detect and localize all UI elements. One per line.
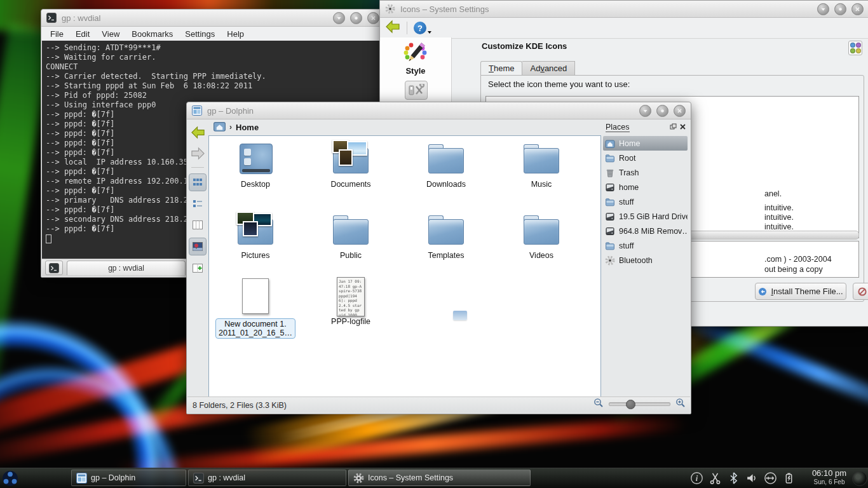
select-theme-label: Select the icon theme you want to use: [488,79,630,89]
menu-bookmarks[interactable]: Bookmarks [132,29,173,39]
window-dolphin: gp – Dolphin › Home DesktopDocumentsDown… [186,102,691,414]
places-item-trash[interactable]: Trash [603,165,688,180]
breadcrumb-separator: › [229,123,232,132]
columns-view-button[interactable] [189,217,206,233]
svg-text:i: i [696,474,698,483]
back-button[interactable] [189,124,206,140]
system-settings-titlebar[interactable]: Icons – System Settings [380,1,868,18]
file-item[interactable]: Videos [500,211,583,261]
preview-button[interactable] [189,238,207,255]
help-button[interactable]: ? [414,22,432,34]
float-panel-icon[interactable] [670,123,677,132]
maximize-button[interactable] [656,105,668,117]
file-item[interactable]: Downloads [405,140,487,189]
close-button[interactable] [674,105,686,117]
drive-icon [605,226,615,236]
volume-icon[interactable] [745,471,759,485]
zoom-slider-thumb[interactable] [626,400,635,409]
bluetooth-icon[interactable] [727,471,740,485]
zoom-slider[interactable] [609,402,670,406]
style-category-icon[interactable] [403,40,428,68]
minimize-button[interactable] [639,105,651,117]
breadcrumb-home[interactable]: Home [236,123,259,132]
theme-list-item-fragment[interactable]: intuitive. [764,213,794,222]
terminal-icon [46,13,57,23]
gear-icon [605,255,615,266]
taskbar-task-2[interactable]: gp : wvdial [188,470,346,486]
forward-button[interactable] [189,145,206,161]
split-view-button[interactable] [189,260,206,276]
icon-sizes-widget[interactable] [848,41,862,55]
new-tab-button[interactable] [45,261,63,275]
file-item[interactable]: Jan 17 09:47:18 gp-Aspire-5738 pppd[1946… [309,277,392,327]
dolphin-titlebar[interactable]: gp – Dolphin [187,102,691,119]
places-item-stuff[interactable]: stuff [603,238,688,253]
details-view-button[interactable] [189,196,206,212]
menu-help[interactable]: Help [227,29,244,39]
tab-advanced[interactable]: Advanced [522,61,575,76]
system-settings-toolbar: ? [380,18,868,39]
home-icon [605,139,615,149]
maximize-button[interactable] [834,3,846,15]
zoom-out-icon[interactable] [593,398,604,410]
places-item-root[interactable]: Root [603,151,688,165]
maximize-button[interactable] [350,12,362,24]
places-header[interactable]: Places [603,121,688,136]
places-item-label: stuff [619,198,634,207]
zoom-control [593,398,686,410]
places-item-bluetooth[interactable]: Bluetooth [603,253,688,268]
terminal-titlebar[interactable]: gp : wvdial [41,10,384,27]
file-view[interactable]: DesktopDocumentsDownloadsMusicPicturesPu… [208,135,601,397]
file-item[interactable]: Documents [309,140,392,189]
close-button[interactable] [851,3,864,15]
places-item-stuff[interactable]: stuff [603,194,688,209]
file-item[interactable]: Pictures [214,211,297,261]
usb-icon[interactable] [764,471,777,485]
menu-view[interactable]: View [102,29,119,39]
install-theme-file-button[interactable]: Install Theme File... [755,283,846,300]
taskbar-task-1[interactable]: gp – Dolphin [71,470,186,486]
help-icon: ? [414,22,426,34]
clipboard-scissors-icon[interactable] [709,471,722,485]
info-icon[interactable]: i [690,471,703,485]
file-item[interactable]: Music [500,140,583,189]
dolphin-icon [76,473,86,483]
panel-cashew-icon[interactable] [852,471,867,486]
terminal-line: CONNECT [46,62,380,72]
theme-list-item-fragment[interactable]: anel. [764,189,794,199]
application-appearance-icon[interactable] [405,81,428,100]
zoom-in-icon[interactable] [675,398,686,410]
menu-file[interactable]: File [50,29,64,39]
theme-list-item-fragment[interactable]: intuitive. [764,203,794,213]
taskbar-task-3[interactable]: Icons – System Settings [348,470,531,486]
home-folder-icon[interactable] [214,121,226,134]
file-item[interactable]: Templates [405,211,487,261]
back-button[interactable] [385,19,400,37]
terminal-tab[interactable]: gp : wvdial [67,261,186,275]
minimize-button[interactable] [817,3,829,15]
clock[interactable]: 06:10 pm Sun, 6 Feb [808,469,850,487]
remove-theme-button[interactable]: Remove Theme [853,283,868,300]
tab-theme[interactable]: Theme [480,61,522,76]
file-item[interactable]: New document 1. 2011_01_20_16_5… [214,277,297,339]
close-panel-icon[interactable] [679,123,686,132]
app-launcher-button[interactable] [2,470,18,487]
places-item-19-5-gib-hard-drive[interactable]: 19.5 GiB Hard Drive [603,209,688,224]
file-item[interactable]: Public [309,211,392,261]
install-icon [758,287,767,296]
menu-settings[interactable]: Settings [185,29,215,39]
file-item[interactable]: Desktop [214,140,297,189]
menu-edit[interactable]: Edit [76,29,90,39]
folder-icon [426,211,466,248]
dolphin-icon [192,105,202,116]
battery-icon[interactable] [782,471,796,485]
gear-icon [385,4,395,14]
minimize-button[interactable] [333,12,345,24]
page-title: Customize KDE Icons [482,41,567,51]
thumbnail-artifact [453,311,467,320]
icons-view-button[interactable] [189,173,207,191]
places-item-home[interactable]: home [603,180,688,194]
close-button[interactable] [367,12,379,24]
places-item-home[interactable]: Home [603,136,688,151]
places-item-964-8-mib-remov-[interactable]: 964.8 MiB Remov… [603,224,688,238]
